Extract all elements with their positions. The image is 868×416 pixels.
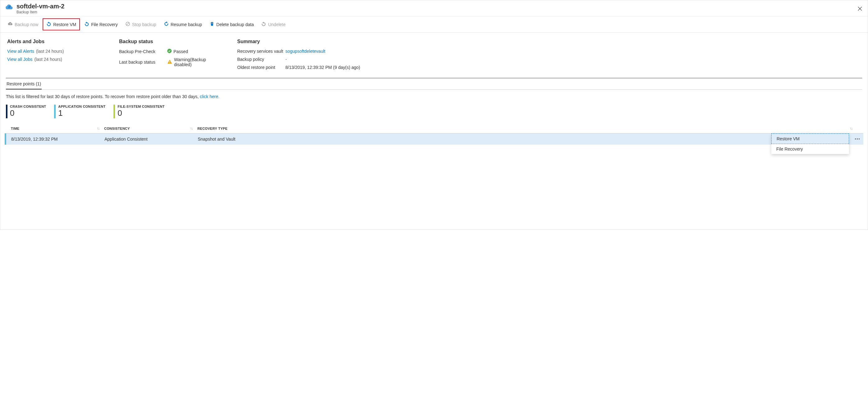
stop-icon xyxy=(125,22,130,27)
row-context-menu: Restore VM File Recovery xyxy=(771,134,849,154)
backup-status-heading: Backup status xyxy=(119,39,225,44)
svg-line-1 xyxy=(127,23,129,25)
resume-backup-button[interactable]: Resume backup xyxy=(161,20,205,29)
column-consistency[interactable]: CONSISTENCY↑↓ xyxy=(104,126,197,131)
stat-bar-icon xyxy=(54,105,56,118)
filter-info: This list is filtered for last 30 days o… xyxy=(0,90,868,99)
svg-rect-4 xyxy=(169,63,170,63)
column-recovery-type[interactable]: RECOVERY TYPE↑↓ xyxy=(197,126,857,131)
tabs: Restore points (1) xyxy=(0,78,868,90)
column-time[interactable]: TIME↑↓ xyxy=(11,126,104,131)
cloud-backup-icon xyxy=(8,22,13,27)
precheck-value: Passed xyxy=(174,49,188,54)
stat-filesystem-consistent: FILE-SYSTEM CONSISTENT 0 xyxy=(114,105,164,118)
backup-now-button: Backup now xyxy=(5,20,41,29)
alerts-jobs-heading: Alerts and Jobs xyxy=(7,39,106,44)
consistency-stats: CRASH CONSISTENT 0 APPLICATION CONSISTEN… xyxy=(0,99,868,124)
undo-icon xyxy=(84,22,89,27)
stop-backup-button: Stop backup xyxy=(122,20,159,29)
view-all-alerts-link[interactable]: View all Alerts xyxy=(7,49,34,54)
summary-panel: Summary Recovery services vault sogupsof… xyxy=(237,39,861,73)
svg-rect-3 xyxy=(169,61,170,62)
file-recovery-button[interactable]: File Recovery xyxy=(81,20,121,29)
oldest-value: 8/13/2019, 12:39:32 PM (9 day(s) ago) xyxy=(285,65,360,70)
undo-icon xyxy=(261,22,266,27)
undo-icon xyxy=(46,22,51,27)
context-file-recovery[interactable]: File Recovery xyxy=(771,144,849,154)
refresh-icon xyxy=(164,22,169,27)
policy-link[interactable]: - xyxy=(285,57,287,62)
close-button[interactable] xyxy=(857,5,863,14)
warning-icon xyxy=(167,59,172,65)
backup-status-panel: Backup status Backup Pre-Check Passed La… xyxy=(119,39,225,73)
last-backup-label: Last backup status xyxy=(119,60,167,65)
page-title: softdel-vm-am-2 xyxy=(17,3,64,10)
stat-application-consistent: APPLICATION CONSISTENT 1 xyxy=(54,105,105,118)
page-subtitle: Backup Item xyxy=(17,10,64,14)
sort-icon: ↑↓ xyxy=(850,126,852,131)
table-row[interactable]: 8/13/2019, 12:39:32 PM Application Consi… xyxy=(5,134,863,145)
delete-backup-button[interactable]: Delete backup data xyxy=(207,20,257,29)
page-header: softdel-vm-am-2 Backup Item xyxy=(0,0,868,16)
cell-consistency: Application Consistent xyxy=(104,137,198,142)
cell-time: 8/13/2019, 12:39:32 PM xyxy=(11,137,104,142)
vault-link[interactable]: sogupsoftdeletevault xyxy=(285,49,325,54)
view-all-jobs-link[interactable]: View all Jobs xyxy=(7,57,32,62)
trash-icon xyxy=(210,22,215,27)
row-more-button[interactable]: ··· xyxy=(851,134,863,145)
table-header: TIME↑↓ CONSISTENCY↑↓ RECOVERY TYPE↑↓ xyxy=(5,124,863,134)
check-circle-icon xyxy=(167,49,172,54)
restore-points-table: TIME↑↓ CONSISTENCY↑↓ RECOVERY TYPE↑↓ 8/1… xyxy=(5,124,863,145)
alerts-jobs-panel: Alerts and Jobs View all Alerts (last 24… xyxy=(7,39,106,73)
sort-icon: ↑↓ xyxy=(97,126,99,131)
summary-heading: Summary xyxy=(237,39,861,44)
vm-cloud-icon xyxy=(5,3,13,11)
tab-restore-points[interactable]: Restore points (1) xyxy=(6,78,42,90)
info-panels: Alerts and Jobs View all Alerts (last 24… xyxy=(0,33,868,75)
cell-recovery-type: Snapshot and Vault xyxy=(198,137,846,142)
policy-label: Backup policy xyxy=(237,57,285,62)
vault-label: Recovery services vault xyxy=(237,49,285,54)
toolbar: Backup now Restore VM File Recovery Stop… xyxy=(0,16,868,33)
last24-label: (last 24 hours) xyxy=(36,49,64,54)
restore-vm-button[interactable]: Restore VM xyxy=(42,18,80,30)
sort-icon: ↑↓ xyxy=(190,126,192,131)
oldest-label: Oldest restore point xyxy=(237,65,285,70)
precheck-label: Backup Pre-Check xyxy=(119,49,167,54)
stat-bar-icon xyxy=(114,105,115,118)
last-backup-value: Warning(Backup disabled) xyxy=(174,57,225,67)
click-here-link[interactable]: click here. xyxy=(200,94,219,99)
undelete-button: Undelete xyxy=(258,20,288,29)
context-restore-vm[interactable]: Restore VM xyxy=(771,134,849,144)
stat-crash-consistent: CRASH CONSISTENT 0 xyxy=(6,105,46,118)
last24-label: (last 24 hours) xyxy=(34,57,62,62)
stat-bar-icon xyxy=(6,105,7,118)
